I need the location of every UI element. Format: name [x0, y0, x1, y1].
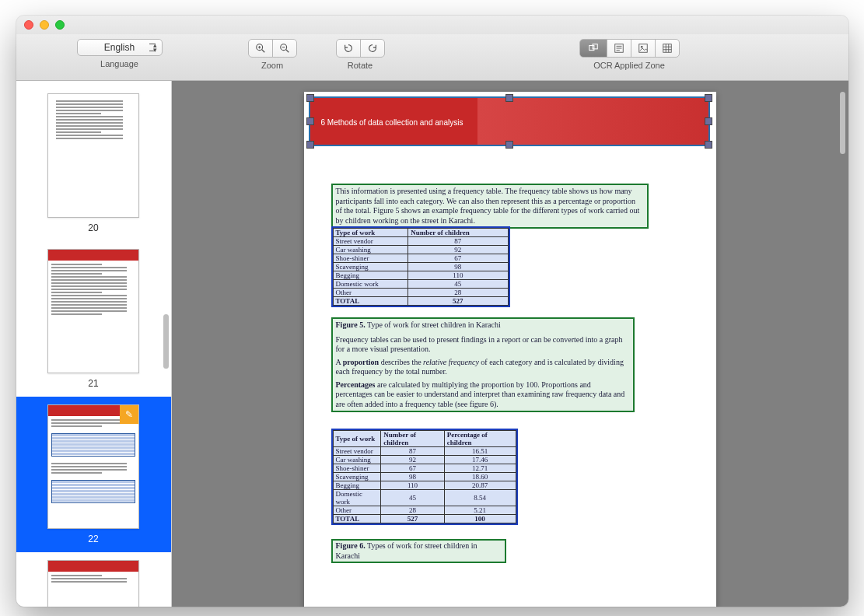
updown-icon: ▴▾ [153, 43, 157, 52]
thumbnail-number: 21 [88, 378, 98, 389]
image-zone-icon [638, 43, 649, 54]
thumbnail-preview: ✎ [47, 404, 139, 529]
ocr-table-zone[interactable]: Type of work Number of children Street v… [331, 226, 510, 307]
language-selected: English [104, 42, 135, 53]
table-header: Type of work [333, 229, 408, 237]
paragraph-text: Frequency tables can be used to present … [336, 335, 630, 355]
table-header: Percentage of children [444, 431, 516, 447]
resize-handle[interactable] [705, 117, 712, 125]
edit-icon: ✎ [120, 405, 138, 424]
resize-handle[interactable] [306, 94, 314, 102]
frequency-table-2: Type of work Number of children Percenta… [333, 430, 516, 523]
resize-handle[interactable] [505, 94, 513, 102]
rotate-right-button[interactable] [360, 39, 385, 58]
paragraph-text: A proportion describes the relative freq… [336, 358, 630, 377]
ocr-zone-group: OCR Applied Zone [579, 39, 680, 70]
rotate-right-icon [367, 43, 378, 54]
ocr-zone-table-button[interactable] [655, 39, 680, 58]
window-minimize-button[interactable] [40, 20, 49, 30]
language-select[interactable]: English ▴▾ [77, 39, 163, 56]
zoom-in-button[interactable] [248, 39, 273, 58]
ocr-zone-label: OCR Applied Zone [593, 61, 665, 70]
thumbnail-page-21[interactable]: 21 [16, 241, 171, 397]
thumbnail-preview [47, 560, 139, 607]
thumbnail-sidebar[interactable]: 20 21 [16, 81, 172, 607]
thumbnail-page-23[interactable] [16, 552, 171, 607]
thumbnail-preview [47, 93, 139, 218]
zoom-group: Zoom [248, 39, 297, 70]
ocr-text-zone[interactable]: Figure 5. Figure 5. Type of work for str… [331, 317, 635, 412]
window-titlebar [16, 16, 848, 34]
zoom-in-icon [255, 43, 266, 54]
ocr-zone-select-button[interactable] [579, 39, 607, 58]
table-header: Number of children [408, 229, 508, 237]
resize-handle[interactable] [505, 141, 513, 149]
rotate-group: Rotate [336, 39, 385, 70]
svg-rect-7 [589, 46, 593, 51]
page-banner-title: 6 Methods of data collection and analysi… [310, 98, 708, 127]
ocr-table-zone[interactable]: Type of work Number of children Percenta… [331, 429, 518, 525]
paragraph-text: This information is presented using a fr… [336, 187, 640, 225]
figure-caption: Figure 6. Types of work for street child… [336, 541, 477, 560]
svg-line-5 [285, 50, 289, 53]
sidebar-scrollbar[interactable] [163, 314, 169, 369]
zoom-label: Zoom [261, 61, 283, 70]
resize-handle[interactable] [306, 117, 314, 125]
content-area: 20 21 [16, 81, 848, 607]
toolbar: English ▴▾ Language Zoom [16, 34, 848, 81]
ocr-image-zone[interactable]: 6 Methods of data collection and analysi… [309, 96, 710, 146]
resize-handle[interactable] [705, 94, 712, 102]
rotate-label: Rotate [348, 61, 373, 70]
page-viewer[interactable]: 6 Methods of data collection and analysi… [172, 81, 848, 607]
rotate-left-button[interactable] [336, 39, 361, 58]
thumbnail-page-22[interactable]: ✎ 22 [16, 397, 171, 552]
svg-rect-8 [593, 44, 597, 49]
document-page[interactable]: 6 Methods of data collection and analysi… [304, 92, 716, 607]
language-group: English ▴▾ Language [77, 39, 163, 68]
resize-handle[interactable] [705, 141, 712, 149]
table-zone-icon [662, 43, 673, 54]
viewer-scrollbar[interactable] [840, 92, 845, 154]
window-close-button[interactable] [24, 20, 33, 30]
thumbnail-number: 22 [88, 534, 98, 544]
svg-rect-15 [663, 44, 671, 53]
table-header: Type of work [333, 431, 381, 447]
zoom-out-icon [279, 43, 290, 54]
ocr-text-zone[interactable]: Figure 6. Types of work for street child… [331, 539, 506, 563]
ocr-text-zone[interactable]: This information is presented using a fr… [331, 184, 649, 229]
app-window: English ▴▾ Language Zoom [16, 16, 848, 607]
thumbnail-preview [47, 249, 139, 373]
ocr-zone-image-button[interactable] [631, 39, 656, 58]
language-label: Language [100, 59, 138, 68]
selection-icon [588, 43, 599, 54]
figure-caption: Figure 5. Figure 5. Type of work for str… [336, 320, 630, 331]
rotate-left-icon [343, 43, 354, 54]
frequency-table-1: Type of work Number of children Street v… [333, 228, 509, 306]
thumbnail-number: 20 [88, 222, 98, 233]
svg-line-1 [261, 50, 264, 53]
resize-handle[interactable] [306, 141, 314, 149]
svg-point-14 [640, 46, 642, 48]
window-zoom-button[interactable] [55, 20, 65, 30]
ocr-zone-text-button[interactable] [607, 39, 631, 58]
paragraph-text: Percentages are calculated by multiplyin… [336, 380, 630, 410]
svg-rect-13 [638, 44, 647, 53]
zoom-out-button[interactable] [272, 39, 297, 58]
table-header: Number of children [381, 431, 444, 447]
thumbnail-page-20[interactable]: 20 [16, 86, 171, 241]
text-zone-icon [614, 43, 624, 54]
